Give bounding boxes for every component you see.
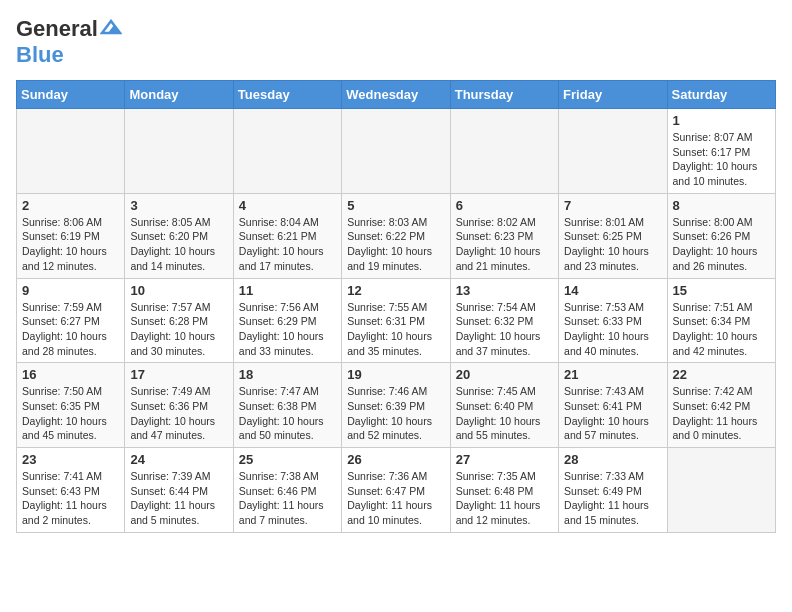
day-info: Sunrise: 7:35 AM Sunset: 6:48 PM Dayligh… [456, 469, 553, 528]
calendar-cell: 17Sunrise: 7:49 AM Sunset: 6:36 PM Dayli… [125, 363, 233, 448]
col-header-thursday: Thursday [450, 81, 558, 109]
page-header: General Blue [16, 16, 776, 68]
day-number: 18 [239, 367, 336, 382]
calendar-cell: 15Sunrise: 7:51 AM Sunset: 6:34 PM Dayli… [667, 278, 775, 363]
day-number: 3 [130, 198, 227, 213]
calendar-week-1: 1Sunrise: 8:07 AM Sunset: 6:17 PM Daylig… [17, 109, 776, 194]
day-number: 23 [22, 452, 119, 467]
col-header-saturday: Saturday [667, 81, 775, 109]
day-info: Sunrise: 8:06 AM Sunset: 6:19 PM Dayligh… [22, 215, 119, 274]
day-number: 20 [456, 367, 553, 382]
calendar-cell [233, 109, 341, 194]
day-number: 13 [456, 283, 553, 298]
day-info: Sunrise: 7:45 AM Sunset: 6:40 PM Dayligh… [456, 384, 553, 443]
day-info: Sunrise: 7:46 AM Sunset: 6:39 PM Dayligh… [347, 384, 444, 443]
day-number: 22 [673, 367, 770, 382]
day-info: Sunrise: 7:51 AM Sunset: 6:34 PM Dayligh… [673, 300, 770, 359]
day-number: 28 [564, 452, 661, 467]
day-info: Sunrise: 7:49 AM Sunset: 6:36 PM Dayligh… [130, 384, 227, 443]
calendar-cell: 16Sunrise: 7:50 AM Sunset: 6:35 PM Dayli… [17, 363, 125, 448]
day-number: 1 [673, 113, 770, 128]
day-number: 2 [22, 198, 119, 213]
calendar-cell [450, 109, 558, 194]
calendar-cell: 10Sunrise: 7:57 AM Sunset: 6:28 PM Dayli… [125, 278, 233, 363]
day-number: 10 [130, 283, 227, 298]
calendar-cell: 9Sunrise: 7:59 AM Sunset: 6:27 PM Daylig… [17, 278, 125, 363]
logo-general: General [16, 16, 98, 42]
calendar-cell: 23Sunrise: 7:41 AM Sunset: 6:43 PM Dayli… [17, 448, 125, 533]
calendar-cell: 12Sunrise: 7:55 AM Sunset: 6:31 PM Dayli… [342, 278, 450, 363]
day-number: 25 [239, 452, 336, 467]
calendar-cell: 20Sunrise: 7:45 AM Sunset: 6:40 PM Dayli… [450, 363, 558, 448]
day-number: 19 [347, 367, 444, 382]
day-number: 8 [673, 198, 770, 213]
day-number: 11 [239, 283, 336, 298]
day-number: 4 [239, 198, 336, 213]
calendar-cell [667, 448, 775, 533]
calendar-cell: 25Sunrise: 7:38 AM Sunset: 6:46 PM Dayli… [233, 448, 341, 533]
calendar-cell: 14Sunrise: 7:53 AM Sunset: 6:33 PM Dayli… [559, 278, 667, 363]
calendar-cell: 3Sunrise: 8:05 AM Sunset: 6:20 PM Daylig… [125, 193, 233, 278]
day-number: 24 [130, 452, 227, 467]
calendar-week-5: 23Sunrise: 7:41 AM Sunset: 6:43 PM Dayli… [17, 448, 776, 533]
day-info: Sunrise: 7:43 AM Sunset: 6:41 PM Dayligh… [564, 384, 661, 443]
calendar-cell: 6Sunrise: 8:02 AM Sunset: 6:23 PM Daylig… [450, 193, 558, 278]
day-info: Sunrise: 7:56 AM Sunset: 6:29 PM Dayligh… [239, 300, 336, 359]
calendar-cell: 7Sunrise: 8:01 AM Sunset: 6:25 PM Daylig… [559, 193, 667, 278]
calendar-cell [125, 109, 233, 194]
col-header-sunday: Sunday [17, 81, 125, 109]
calendar-cell [17, 109, 125, 194]
calendar-cell [342, 109, 450, 194]
day-info: Sunrise: 7:41 AM Sunset: 6:43 PM Dayligh… [22, 469, 119, 528]
day-number: 27 [456, 452, 553, 467]
day-number: 12 [347, 283, 444, 298]
day-info: Sunrise: 7:53 AM Sunset: 6:33 PM Dayligh… [564, 300, 661, 359]
calendar-week-4: 16Sunrise: 7:50 AM Sunset: 6:35 PM Dayli… [17, 363, 776, 448]
col-header-monday: Monday [125, 81, 233, 109]
day-info: Sunrise: 7:33 AM Sunset: 6:49 PM Dayligh… [564, 469, 661, 528]
day-info: Sunrise: 8:01 AM Sunset: 6:25 PM Dayligh… [564, 215, 661, 274]
calendar-cell: 28Sunrise: 7:33 AM Sunset: 6:49 PM Dayli… [559, 448, 667, 533]
day-number: 21 [564, 367, 661, 382]
day-info: Sunrise: 7:42 AM Sunset: 6:42 PM Dayligh… [673, 384, 770, 443]
calendar-cell: 1Sunrise: 8:07 AM Sunset: 6:17 PM Daylig… [667, 109, 775, 194]
day-info: Sunrise: 8:05 AM Sunset: 6:20 PM Dayligh… [130, 215, 227, 274]
calendar-cell: 11Sunrise: 7:56 AM Sunset: 6:29 PM Dayli… [233, 278, 341, 363]
calendar-cell: 21Sunrise: 7:43 AM Sunset: 6:41 PM Dayli… [559, 363, 667, 448]
calendar-cell: 5Sunrise: 8:03 AM Sunset: 6:22 PM Daylig… [342, 193, 450, 278]
day-info: Sunrise: 7:55 AM Sunset: 6:31 PM Dayligh… [347, 300, 444, 359]
calendar-cell: 13Sunrise: 7:54 AM Sunset: 6:32 PM Dayli… [450, 278, 558, 363]
logo-blue: Blue [16, 42, 64, 68]
calendar-header-row: SundayMondayTuesdayWednesdayThursdayFrid… [17, 81, 776, 109]
day-info: Sunrise: 8:07 AM Sunset: 6:17 PM Dayligh… [673, 130, 770, 189]
day-number: 7 [564, 198, 661, 213]
calendar-cell: 2Sunrise: 8:06 AM Sunset: 6:19 PM Daylig… [17, 193, 125, 278]
col-header-friday: Friday [559, 81, 667, 109]
calendar-week-2: 2Sunrise: 8:06 AM Sunset: 6:19 PM Daylig… [17, 193, 776, 278]
calendar-cell: 18Sunrise: 7:47 AM Sunset: 6:38 PM Dayli… [233, 363, 341, 448]
day-number: 6 [456, 198, 553, 213]
day-info: Sunrise: 8:03 AM Sunset: 6:22 PM Dayligh… [347, 215, 444, 274]
day-number: 26 [347, 452, 444, 467]
day-number: 17 [130, 367, 227, 382]
day-info: Sunrise: 7:36 AM Sunset: 6:47 PM Dayligh… [347, 469, 444, 528]
calendar-cell: 4Sunrise: 8:04 AM Sunset: 6:21 PM Daylig… [233, 193, 341, 278]
day-number: 5 [347, 198, 444, 213]
day-info: Sunrise: 7:50 AM Sunset: 6:35 PM Dayligh… [22, 384, 119, 443]
day-info: Sunrise: 7:54 AM Sunset: 6:32 PM Dayligh… [456, 300, 553, 359]
day-number: 16 [22, 367, 119, 382]
day-info: Sunrise: 8:02 AM Sunset: 6:23 PM Dayligh… [456, 215, 553, 274]
day-info: Sunrise: 7:47 AM Sunset: 6:38 PM Dayligh… [239, 384, 336, 443]
calendar-cell: 19Sunrise: 7:46 AM Sunset: 6:39 PM Dayli… [342, 363, 450, 448]
calendar-cell [559, 109, 667, 194]
day-info: Sunrise: 7:38 AM Sunset: 6:46 PM Dayligh… [239, 469, 336, 528]
calendar-cell: 26Sunrise: 7:36 AM Sunset: 6:47 PM Dayli… [342, 448, 450, 533]
day-info: Sunrise: 7:39 AM Sunset: 6:44 PM Dayligh… [130, 469, 227, 528]
logo-icon [100, 19, 122, 35]
calendar-table: SundayMondayTuesdayWednesdayThursdayFrid… [16, 80, 776, 533]
col-header-wednesday: Wednesday [342, 81, 450, 109]
calendar-cell: 24Sunrise: 7:39 AM Sunset: 6:44 PM Dayli… [125, 448, 233, 533]
calendar-cell: 27Sunrise: 7:35 AM Sunset: 6:48 PM Dayli… [450, 448, 558, 533]
day-info: Sunrise: 8:04 AM Sunset: 6:21 PM Dayligh… [239, 215, 336, 274]
calendar-cell: 22Sunrise: 7:42 AM Sunset: 6:42 PM Dayli… [667, 363, 775, 448]
